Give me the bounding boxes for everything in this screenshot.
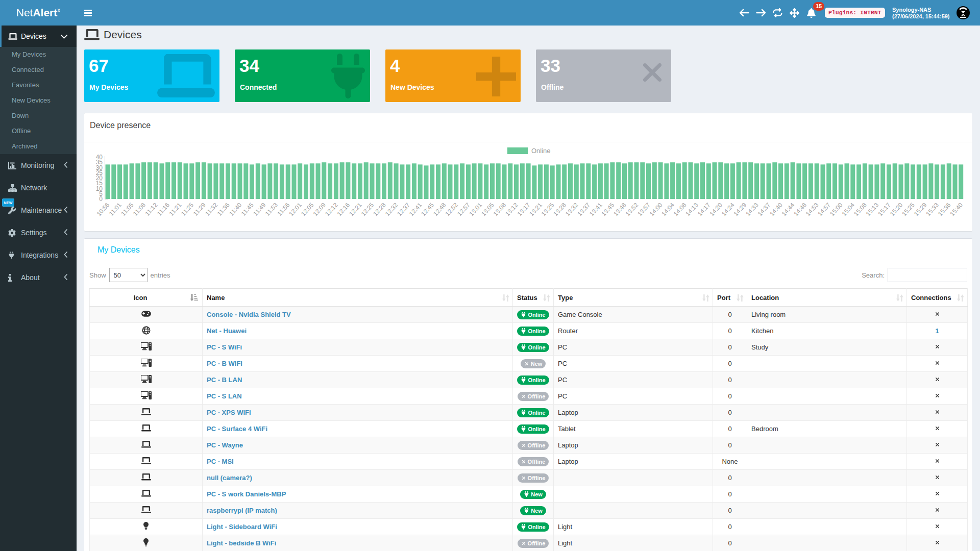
svg-text:15:29: 15:29 (913, 201, 928, 217)
svg-text:14:24: 14:24 (720, 201, 736, 217)
svg-text:12:05: 12:05 (300, 201, 315, 217)
svg-text:13:05: 13:05 (480, 201, 496, 217)
svg-text:11:21: 11:21 (168, 201, 183, 217)
svg-text:14:33: 14:33 (744, 201, 760, 217)
svg-text:14:37: 14:37 (756, 201, 772, 217)
svg-text:15:08: 15:08 (852, 201, 868, 217)
svg-text:15:25: 15:25 (900, 201, 916, 217)
svg-text:13:08: 13:08 (492, 201, 508, 217)
svg-text:12:12: 12:12 (324, 201, 339, 217)
svg-text:13:52: 13:52 (624, 201, 640, 217)
svg-text:11:25: 11:25 (180, 201, 195, 217)
svg-text:13:17: 13:17 (516, 201, 532, 217)
svg-text:15:36: 15:36 (937, 201, 952, 217)
svg-text:15:20: 15:20 (889, 201, 904, 217)
svg-text:13:48: 13:48 (612, 201, 628, 217)
svg-text:11:45: 11:45 (240, 201, 255, 217)
svg-text:13:32: 13:32 (564, 201, 580, 217)
svg-text:10:56: 10:56 (95, 201, 111, 217)
svg-text:14:08: 14:08 (672, 201, 688, 217)
svg-text:11:01: 11:01 (108, 201, 123, 217)
svg-text:11:12: 11:12 (144, 201, 159, 217)
svg-text:15:04: 15:04 (841, 201, 856, 217)
svg-text:14:48: 14:48 (792, 201, 808, 217)
svg-text:13:37: 13:37 (576, 201, 592, 217)
svg-text:12:57: 12:57 (456, 201, 472, 217)
svg-text:11:29: 11:29 (192, 201, 207, 217)
svg-text:13:57: 13:57 (636, 201, 652, 217)
svg-text:13:01: 13:01 (468, 201, 484, 217)
svg-text:11:40: 11:40 (228, 201, 243, 217)
svg-text:11:32: 11:32 (204, 201, 219, 217)
svg-text:Online: Online (531, 147, 551, 155)
svg-text:14:29: 14:29 (732, 201, 748, 217)
svg-text:13:12: 13:12 (504, 201, 520, 217)
svg-text:14:53: 14:53 (804, 201, 820, 217)
svg-text:13:28: 13:28 (552, 201, 568, 217)
svg-text:15:40: 15:40 (948, 201, 964, 217)
svg-text:11:16: 11:16 (156, 201, 171, 217)
svg-text:13:45: 13:45 (600, 201, 616, 217)
svg-text:15:13: 15:13 (865, 201, 880, 217)
svg-text:12:48: 12:48 (432, 201, 448, 217)
svg-text:11:36: 11:36 (216, 201, 231, 217)
svg-text:12:37: 12:37 (396, 201, 411, 217)
svg-text:11:53: 11:53 (264, 201, 279, 217)
svg-text:13:41: 13:41 (588, 201, 604, 217)
svg-text:13:25: 13:25 (540, 201, 556, 217)
svg-text:12:01: 12:01 (287, 201, 303, 217)
svg-text:12:21: 12:21 (348, 201, 363, 217)
svg-text:12:41: 12:41 (408, 201, 424, 217)
svg-text:14:13: 14:13 (684, 201, 700, 217)
svg-text:15:17: 15:17 (876, 201, 892, 217)
svg-text:12:16: 12:16 (336, 201, 352, 217)
svg-text:40: 40 (96, 154, 103, 161)
svg-text:12:45: 12:45 (420, 201, 435, 217)
svg-text:11:05: 11:05 (119, 201, 135, 217)
svg-text:12:52: 12:52 (444, 201, 460, 217)
svg-text:11:08: 11:08 (132, 201, 147, 217)
svg-text:15:00: 15:00 (828, 201, 844, 217)
svg-text:12:32: 12:32 (384, 201, 400, 217)
svg-text:12:25: 12:25 (360, 201, 376, 217)
svg-text:14:44: 14:44 (780, 201, 796, 217)
svg-text:14:20: 14:20 (708, 201, 724, 217)
svg-text:14:04: 14:04 (660, 201, 676, 217)
svg-text:14:57: 14:57 (816, 201, 832, 217)
svg-text:14:40: 14:40 (768, 201, 784, 217)
svg-text:12:09: 12:09 (312, 201, 328, 217)
svg-text:14:00: 14:00 (648, 201, 664, 217)
svg-text:15:33: 15:33 (924, 201, 940, 217)
svg-text:12:28: 12:28 (372, 201, 387, 217)
svg-text:11:49: 11:49 (252, 201, 267, 217)
svg-text:14:17: 14:17 (696, 201, 712, 217)
svg-text:11:56: 11:56 (276, 201, 291, 217)
svg-text:13:21: 13:21 (528, 201, 544, 217)
